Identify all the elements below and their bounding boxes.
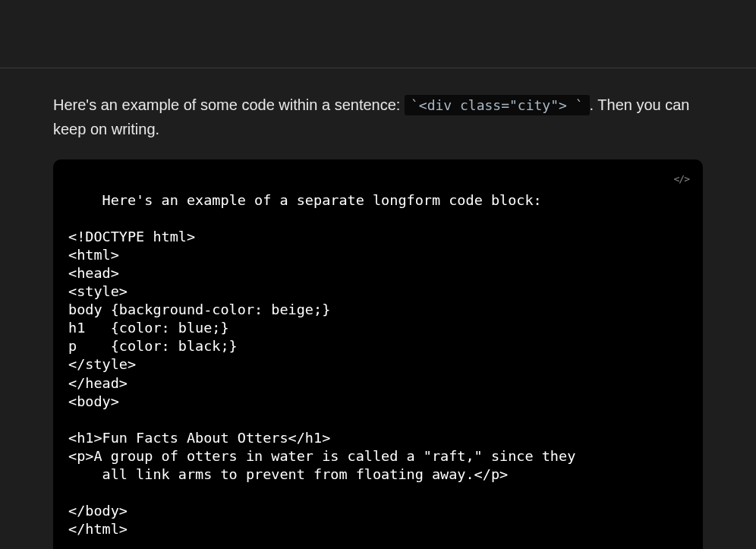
content-area: Here's an example of some code within a … <box>0 68 756 549</box>
prose-part1: Here's an example of some code within a … <box>53 96 405 113</box>
code-block: </>Here's an example of a separate longf… <box>53 159 703 549</box>
prose-paragraph: Here's an example of some code within a … <box>53 93 703 141</box>
inline-code: `<div class="city"> ` <box>405 95 590 115</box>
top-bar <box>0 0 756 68</box>
code-block-content: Here's an example of a separate longform… <box>68 192 575 537</box>
code-icon[interactable]: </> <box>674 173 689 186</box>
